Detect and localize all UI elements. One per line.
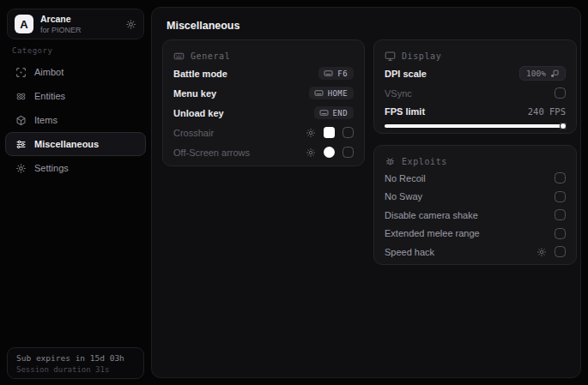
bug-icon xyxy=(385,156,396,167)
setting-label: DPI scale xyxy=(385,69,427,79)
sidebar-item-label: Settings xyxy=(34,163,69,173)
display-card-header: Display xyxy=(385,48,566,63)
sidebar-item-label: Entities xyxy=(34,91,65,101)
main-panel: Miscellaneous General Battle mode xyxy=(151,7,581,378)
app-subtitle: for PIONER xyxy=(40,26,125,34)
sidebar-item-label: Items xyxy=(34,115,58,125)
setting-row-dpi-scale: DPI scale 100% xyxy=(385,63,566,83)
setting-row-offscreen-arrows: Off-Screen arrows xyxy=(173,142,354,162)
exploits-card: Exploits No Recoil No Sway Disable camer… xyxy=(373,145,577,265)
setting-row-no-sway: No Sway xyxy=(385,188,566,207)
crosshair-color-swatch[interactable] xyxy=(324,127,335,138)
keyboard-icon xyxy=(173,51,185,62)
app-logo: A xyxy=(15,15,33,33)
setting-label: Menu key xyxy=(173,88,216,99)
gear-icon[interactable] xyxy=(536,247,547,257)
setting-row-fps-limit: FPS limit 240 FPS xyxy=(385,103,566,120)
fps-limit-slider[interactable] xyxy=(385,123,566,129)
setting-row-menu-key: Menu key HOME xyxy=(173,83,354,103)
sidebar-item-aimbot[interactable]: Aimbot xyxy=(5,60,146,84)
sidebar-nav: Aimbot Entities xyxy=(5,60,146,180)
setting-row-speed-hack: Speed hack xyxy=(385,243,566,262)
vsync-checkbox[interactable] xyxy=(555,87,566,99)
box-icon xyxy=(15,115,27,126)
slider-knob[interactable] xyxy=(560,123,567,129)
sidebar-item-entities[interactable]: Entities xyxy=(5,84,146,108)
atom-icon xyxy=(15,91,27,102)
sidebar-item-miscellaneous[interactable]: Miscellaneous xyxy=(5,132,146,156)
no-recoil-checkbox[interactable] xyxy=(555,172,566,183)
setting-label: Unload key xyxy=(173,108,224,118)
sidebar: A Arcane for PIONER Category xyxy=(0,0,151,385)
setting-row-extended-melee-range: Extended melee range xyxy=(385,225,566,244)
sidebar-item-label: Miscellaneous xyxy=(34,139,99,149)
sidebar-item-label: Aimbot xyxy=(34,67,64,77)
setting-label: Battle mode xyxy=(173,69,227,79)
scale-icon xyxy=(550,69,559,78)
offscreen-arrows-checkbox[interactable] xyxy=(342,147,354,158)
no-sway-checkbox[interactable] xyxy=(555,191,566,202)
scan-icon xyxy=(15,67,27,78)
setting-label: Crosshair xyxy=(173,128,214,138)
exploits-card-header: Exploits xyxy=(385,153,566,169)
extended-melee-range-checkbox[interactable] xyxy=(555,228,566,239)
setting-row-vsync: VSync xyxy=(385,83,566,103)
keybind-value: F6 xyxy=(337,69,348,78)
category-label: Category xyxy=(12,46,52,55)
disable-camera-shake-checkbox[interactable] xyxy=(555,209,566,220)
page-title: Miscellaneous xyxy=(167,20,239,32)
gear-icon xyxy=(15,163,27,174)
gear-icon[interactable] xyxy=(306,147,316,158)
setting-label: No Recoil xyxy=(385,173,426,183)
setting-row-unload-key: Unload key END xyxy=(173,103,354,123)
unload-key-keybind-button[interactable]: END xyxy=(314,106,354,119)
exploits-card-title: Exploits xyxy=(402,157,447,166)
slider-fill xyxy=(385,124,566,128)
keybind-value: HOME xyxy=(328,89,348,98)
offscreen-arrows-color-swatch[interactable] xyxy=(324,147,335,158)
fps-limit-value: 240 FPS xyxy=(528,106,566,117)
setting-label: Disable camera shake xyxy=(385,210,478,220)
gear-icon[interactable] xyxy=(306,128,316,138)
app-title: Arcane xyxy=(40,14,125,24)
dpi-scale-value: 100% xyxy=(526,69,546,78)
crosshair-checkbox[interactable] xyxy=(342,127,354,138)
setting-label: VSync xyxy=(385,88,412,99)
setting-label: Off-Screen arrows xyxy=(173,147,250,158)
setting-label: Extended melee range xyxy=(385,228,480,238)
battle-mode-keybind-button[interactable]: F6 xyxy=(318,67,354,80)
setting-row-no-recoil: No Recoil xyxy=(385,169,566,188)
dpi-scale-button[interactable]: 100% xyxy=(519,66,566,81)
keybind-value: END xyxy=(333,109,348,117)
display-card-title: Display xyxy=(402,51,441,61)
setting-label: FPS limit xyxy=(385,106,425,117)
keyboard-icon xyxy=(319,108,329,117)
menu-key-keybind-button[interactable]: HOME xyxy=(309,87,354,99)
general-card: General Battle mode F6 Menu key xyxy=(162,39,365,166)
app-window: A Arcane for PIONER Category xyxy=(0,0,588,385)
gear-icon[interactable] xyxy=(125,19,136,30)
brand-text: Arcane for PIONER xyxy=(40,14,125,34)
sliders-icon xyxy=(15,139,27,150)
speed-hack-checkbox[interactable] xyxy=(555,246,566,257)
monitor-icon xyxy=(385,51,396,62)
keyboard-icon xyxy=(314,88,324,98)
display-card: Display DPI scale 100% VSync xyxy=(373,39,577,134)
sidebar-item-items[interactable]: Items xyxy=(5,108,146,132)
setting-row-battle-mode: Battle mode F6 xyxy=(173,63,354,83)
general-card-header: General xyxy=(173,48,354,63)
keyboard-icon xyxy=(324,69,333,78)
brand-card: A Arcane for PIONER xyxy=(7,9,144,39)
setting-row-crosshair: Crosshair xyxy=(173,123,354,142)
general-card-title: General xyxy=(191,51,230,61)
sub-expiry-text: Sub expires in 15d 03h xyxy=(16,352,135,364)
setting-label: No Sway xyxy=(385,191,422,202)
setting-row-disable-camera-shake: Disable camera shake xyxy=(385,206,566,225)
setting-label: Speed hack xyxy=(385,247,434,257)
sidebar-item-settings[interactable]: Settings xyxy=(5,156,146,180)
subscription-info-card: Sub expires in 15d 03h Session duration … xyxy=(7,347,144,379)
session-duration-text: Session duration 31s xyxy=(16,364,135,376)
